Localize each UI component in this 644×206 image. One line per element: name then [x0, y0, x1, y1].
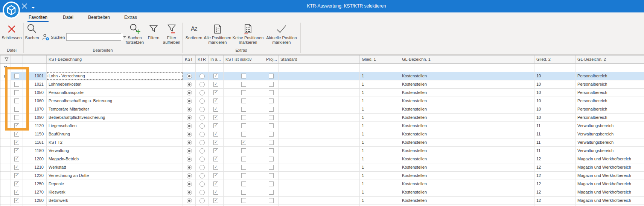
- kst-radio[interactable]: [187, 74, 192, 79]
- kst-inaktiv-checkbox[interactable]: [241, 140, 246, 145]
- proj-cell[interactable]: [264, 188, 279, 196]
- proj-checkbox[interactable]: [269, 198, 274, 203]
- kst-inaktiv-cell[interactable]: [224, 114, 264, 121]
- ktr-radio-cell[interactable]: [196, 122, 209, 130]
- row-select-cell[interactable]: [11, 172, 23, 180]
- proj-checkbox[interactable]: [269, 157, 274, 161]
- proj-cell[interactable]: [264, 197, 279, 204]
- kst-radio[interactable]: [187, 173, 192, 178]
- kst-inaktiv-cell[interactable]: [224, 147, 264, 155]
- kst-radio-cell[interactable]: [183, 197, 196, 204]
- ktr-radio-cell[interactable]: [196, 72, 209, 80]
- header-in-a[interactable]: In a...: [209, 55, 224, 63]
- kst-radio[interactable]: [187, 140, 192, 145]
- ktr-radio-cell[interactable]: [196, 97, 209, 105]
- proj-cell[interactable]: [264, 155, 279, 163]
- row-select-cell[interactable]: [11, 80, 23, 88]
- ktr-radio-cell[interactable]: [196, 130, 209, 138]
- kst-inaktiv-cell[interactable]: [224, 72, 264, 80]
- proj-checkbox[interactable]: [269, 90, 274, 95]
- kst-radio-cell[interactable]: [183, 155, 196, 163]
- kst-radio[interactable]: [187, 165, 192, 170]
- in-a-checkbox[interactable]: [213, 148, 218, 153]
- kst-radio-cell[interactable]: [183, 114, 196, 121]
- kst-radio-cell[interactable]: [183, 105, 196, 113]
- header-proj[interactable]: Proj...: [264, 55, 279, 63]
- row-select-checkbox[interactable]: [14, 190, 19, 195]
- kst-radio-cell[interactable]: [183, 138, 196, 146]
- in-a-cell[interactable]: [209, 138, 224, 146]
- ktr-radio[interactable]: [199, 107, 205, 112]
- proj-checkbox[interactable]: [269, 140, 274, 145]
- kst-inaktiv-cell[interactable]: [224, 188, 264, 196]
- kst-radio[interactable]: [187, 157, 192, 162]
- kst-radio[interactable]: [187, 123, 192, 129]
- proj-cell[interactable]: [264, 180, 279, 188]
- kst-radio-cell[interactable]: [183, 130, 196, 138]
- in-a-checkbox[interactable]: [213, 132, 218, 137]
- header-gl-bezeichn-2[interactable]: GL-Bezeichn. 2: [575, 55, 644, 63]
- suchen-button[interactable]: Suchen: [23, 23, 41, 40]
- header-kst-ist-inaktiv[interactable]: KST ist inaktiv: [224, 55, 264, 63]
- filter-aufheben-button[interactable]: Filter aufheben: [162, 23, 181, 45]
- in-a-checkbox[interactable]: [213, 140, 218, 145]
- proj-cell[interactable]: [264, 122, 279, 130]
- kst-inaktiv-checkbox[interactable]: [241, 157, 246, 161]
- kst-radio[interactable]: [187, 148, 192, 154]
- proj-checkbox[interactable]: [269, 132, 274, 137]
- in-a-checkbox[interactable]: [213, 181, 218, 186]
- kst-inaktiv-checkbox[interactable]: [241, 98, 246, 103]
- ktr-radio[interactable]: [199, 82, 205, 87]
- keine-positionen-markieren-button[interactable]: Keine Positionen markieren: [232, 23, 264, 45]
- table-row[interactable]: 1001 Lohn - Verrechnung 1 Kostenstellen …: [0, 72, 644, 80]
- row-select-cell[interactable]: [11, 114, 23, 121]
- row-select-checkbox[interactable]: [14, 123, 19, 128]
- row-select-checkbox[interactable]: [14, 198, 19, 203]
- kst-inaktiv-cell[interactable]: [224, 197, 264, 204]
- kst-inaktiv-cell[interactable]: [224, 80, 264, 88]
- table-row[interactable]: 1200 Magazin-Betrieb 1 Kostenstellen 12 …: [0, 155, 644, 163]
- row-select-cell[interactable]: [11, 147, 23, 155]
- header-standard[interactable]: Standard: [279, 55, 360, 63]
- row-select-checkbox[interactable]: [14, 115, 19, 120]
- row-select-cell[interactable]: [11, 197, 23, 204]
- proj-cell[interactable]: [264, 80, 279, 88]
- header-gl-bezeichn-1[interactable]: GL-Bezeichn. 1: [400, 55, 534, 63]
- chevron-down-icon[interactable]: [31, 5, 35, 8]
- kst-radio[interactable]: [187, 90, 192, 95]
- in-a-cell[interactable]: [209, 197, 224, 204]
- proj-cell[interactable]: [264, 89, 279, 97]
- kst-inaktiv-cell[interactable]: [224, 89, 264, 97]
- proj-cell[interactable]: [264, 114, 279, 121]
- alle-positionen-markieren-button[interactable]: Alle Positionen markieren: [202, 23, 233, 45]
- kst-inaktiv-checkbox[interactable]: [241, 90, 246, 95]
- kst-radio-cell[interactable]: [183, 180, 196, 188]
- search-combobox[interactable]: [66, 33, 121, 41]
- row-select-cell[interactable]: [11, 188, 23, 196]
- row-select-cell[interactable]: [11, 97, 23, 105]
- proj-cell[interactable]: [264, 130, 279, 138]
- ktr-radio-cell[interactable]: [196, 89, 209, 97]
- proj-checkbox[interactable]: [269, 165, 274, 170]
- ktr-radio[interactable]: [199, 115, 205, 120]
- kst-radio[interactable]: [187, 82, 192, 87]
- table-row[interactable]: 1021 Lohnnebenkosten 1 Kostenstellen 10 …: [0, 80, 644, 89]
- ktr-radio-cell[interactable]: [196, 163, 209, 171]
- ktr-radio-cell[interactable]: [196, 172, 209, 180]
- proj-cell[interactable]: [264, 138, 279, 146]
- tab-bearbeiten[interactable]: Bearbeiten: [87, 13, 111, 22]
- kst-inaktiv-cell[interactable]: [224, 180, 264, 188]
- ktr-radio[interactable]: [199, 181, 205, 187]
- kst-inaktiv-cell[interactable]: [224, 130, 264, 138]
- tab-datei[interactable]: Datei: [61, 13, 75, 22]
- proj-checkbox[interactable]: [269, 173, 274, 178]
- in-a-checkbox[interactable]: [213, 107, 218, 112]
- kst-inaktiv-checkbox[interactable]: [241, 173, 246, 178]
- kst-inaktiv-cell[interactable]: [224, 97, 264, 105]
- ktr-radio-cell[interactable]: [196, 138, 209, 146]
- kst-radio[interactable]: [187, 198, 192, 203]
- table-row[interactable]: 1270 Kieswerk 1 Kostenstellen 12 Magazin…: [0, 188, 644, 197]
- search-input[interactable]: [67, 34, 123, 40]
- ktr-radio[interactable]: [199, 190, 205, 195]
- filter-funnel-icon[interactable]: [0, 55, 11, 63]
